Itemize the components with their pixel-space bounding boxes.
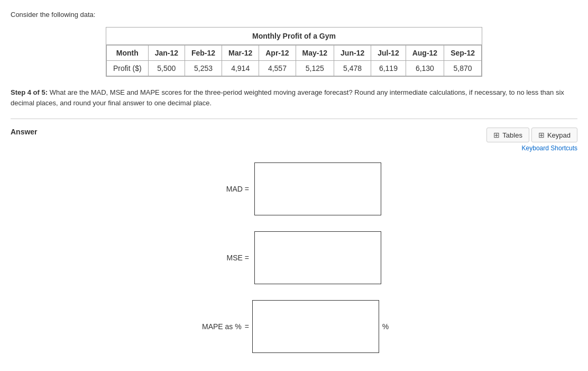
val-apr: 4,557 <box>259 61 296 76</box>
val-mar: 4,914 <box>222 61 259 76</box>
val-feb: 5,253 <box>185 61 222 76</box>
step-label: Step 4 of 5: <box>11 88 48 96</box>
val-jun: 5,478 <box>334 61 371 76</box>
data-table: Month Jan-12 Feb-12 Mar-12 Apr-12 May-12… <box>106 45 482 76</box>
keyboard-shortcuts-link[interactable]: Keyboard Shortcuts <box>522 144 577 152</box>
tables-button[interactable]: ⊞ Tables <box>486 128 529 142</box>
keypad-icon: ⊞ <box>538 131 545 139</box>
answer-section: Answer ⊞ Tables ⊞ Keypad Keyboard Shortc… <box>11 128 577 353</box>
mape-row: MAPE as % = % <box>199 300 389 353</box>
val-jul: 6,119 <box>371 61 406 76</box>
col-month: Month <box>106 46 148 61</box>
col-may: May-12 <box>296 46 334 61</box>
mse-input[interactable] <box>254 231 381 284</box>
val-may: 5,125 <box>296 61 334 76</box>
mape-input[interactable] <box>252 300 379 353</box>
table-wrapper: Monthly Profit of a Gym Month Jan-12 Feb… <box>106 27 482 77</box>
step-description: What are the MAD, MSE and MAPE scores fo… <box>11 88 564 107</box>
intro-text: Consider the following data: <box>11 11 577 19</box>
table-container: Monthly Profit of a Gym Month Jan-12 Feb… <box>11 27 577 77</box>
toolbar-buttons: ⊞ Tables ⊞ Keypad <box>486 128 577 142</box>
col-jul: Jul-12 <box>371 46 406 61</box>
mse-row: MSE = <box>207 231 381 284</box>
mape-label: MAPE as % <box>199 322 242 331</box>
mad-input[interactable] <box>254 162 381 215</box>
mse-label: MSE = <box>207 254 249 262</box>
table-caption: Monthly Profit of a Gym <box>106 28 482 45</box>
mad-label: MAD = <box>207 185 249 193</box>
step-text: Step 4 of 5: What are the MAD, MSE and M… <box>11 87 577 108</box>
table-header-row: Month Jan-12 Feb-12 Mar-12 Apr-12 May-12… <box>106 46 481 61</box>
val-jan: 5,500 <box>148 61 185 76</box>
col-jan: Jan-12 <box>148 46 185 61</box>
answer-label: Answer <box>11 128 38 136</box>
col-mar: Mar-12 <box>222 46 259 61</box>
toolbar-right: ⊞ Tables ⊞ Keypad Keyboard Shortcuts <box>486 128 577 152</box>
col-feb: Feb-12 <box>185 46 222 61</box>
col-sep: Sep-12 <box>444 46 482 61</box>
mad-row: MAD = <box>207 162 381 215</box>
answer-form: MAD = MSE = MAPE as % = % <box>11 162 577 353</box>
keypad-button[interactable]: ⊞ Keypad <box>531 128 577 142</box>
table-data-row: Profit ($) 5,500 5,253 4,914 4,557 5,125… <box>106 61 481 76</box>
col-aug: Aug-12 <box>406 46 444 61</box>
val-aug: 6,130 <box>406 61 444 76</box>
keypad-label: Keypad <box>547 131 571 139</box>
answer-header: Answer ⊞ Tables ⊞ Keypad Keyboard Shortc… <box>11 128 577 152</box>
col-jun: Jun-12 <box>334 46 371 61</box>
tables-icon: ⊞ <box>493 131 500 139</box>
tables-label: Tables <box>502 131 522 139</box>
row-label: Profit ($) <box>106 61 148 76</box>
percent-sign: % <box>382 322 389 331</box>
col-apr: Apr-12 <box>259 46 296 61</box>
mape-equals: = <box>245 322 249 331</box>
val-sep: 5,870 <box>444 61 482 76</box>
divider <box>11 119 577 119</box>
